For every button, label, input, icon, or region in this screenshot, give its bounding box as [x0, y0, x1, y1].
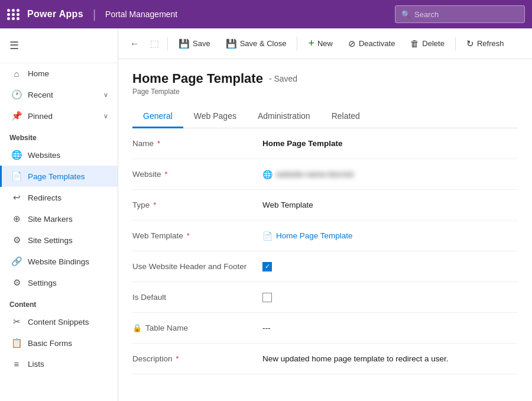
toolbar-divider-3 [455, 37, 456, 51]
use-header-footer-checkbox[interactable] [262, 262, 272, 271]
list-icon: ≡ [11, 359, 22, 369]
back-button[interactable]: ← [125, 35, 144, 53]
form-saved-label: - Saved [269, 74, 297, 83]
form-area: Home Page Template - Saved Page Template… [118, 59, 532, 401]
sidebar-item-redirects[interactable]: ↩ Redirects [0, 187, 118, 208]
site-marker-icon: ⊕ [11, 214, 22, 224]
tab-web-pages[interactable]: Web Pages [183, 105, 247, 128]
nav-divider: | [93, 8, 96, 21]
is-default-checkbox[interactable] [262, 293, 272, 302]
field-value-website: 🌐 website-name-blurred [262, 170, 518, 179]
sidebar-item-settings[interactable]: ⚙ Settings [0, 272, 118, 293]
form-title: Home Page Template - Saved [132, 71, 518, 86]
field-row-is-default: Is Default [132, 282, 518, 313]
page-template-icon: 📄 [11, 171, 22, 182]
save-close-button[interactable]: 💾 Save & Close [219, 35, 294, 53]
save-close-label: Save & Close [240, 39, 287, 48]
deactivate-button[interactable]: ⊘ Deactivate [341, 35, 402, 53]
new-icon: + [308, 37, 314, 50]
sidebar-item-lists[interactable]: ≡ Lists [0, 354, 118, 374]
app-launcher-icon[interactable] [7, 9, 20, 20]
field-row-description: Description * New updated home page temp… [132, 344, 518, 374]
sidebar-item-website-bindings[interactable]: 🔗 Website Bindings [0, 251, 118, 272]
sidebar-item-label: Websites [28, 151, 60, 160]
content-section-label: Content [0, 293, 118, 311]
delete-label: Delete [422, 39, 445, 48]
snippets-icon: ✂ [11, 316, 22, 327]
refresh-button[interactable]: ↻ Refresh [459, 35, 511, 53]
chevron-down-icon: ∨ [103, 112, 108, 120]
sidebar: ☰ ⌂ Home 🕐 Recent ∨ 📌 Pinned ∨ Website 🌐… [0, 28, 118, 401]
field-value-type: Web Template [262, 200, 518, 209]
sidebar-item-label: Home [28, 69, 49, 78]
sidebar-hamburger[interactable]: ☰ [0, 33, 118, 58]
field-value-table-name: --- [262, 324, 518, 332]
field-label-type: Type * [132, 200, 262, 209]
required-indicator: * [165, 170, 168, 179]
tab-related[interactable]: Related [321, 105, 371, 128]
top-nav: Power Apps | Portal Management 🔍 Search [0, 0, 532, 28]
field-label-website: Website * [132, 170, 262, 179]
sidebar-item-content-snippets[interactable]: ✂ Content Snippets [0, 311, 118, 332]
sidebar-item-label: Website Bindings [28, 257, 89, 266]
field-label-table-name: 🔒 Table Name [132, 324, 262, 332]
form-header: Home Page Template - Saved Page Template… [118, 59, 532, 128]
redirect-icon: ↩ [11, 192, 22, 203]
tab-general[interactable]: General [132, 105, 183, 128]
sidebar-item-label: Site Settings [28, 236, 73, 245]
delete-icon: 🗑 [410, 38, 419, 48]
forward-icon: ⬚ [150, 38, 159, 48]
field-row-table-name: 🔒 Table Name --- [132, 313, 518, 344]
required-indicator: * [157, 139, 160, 148]
field-row-web-template: Web Template * 📄 Home Page Template [132, 221, 518, 251]
delete-button[interactable]: 🗑 Delete [403, 35, 452, 52]
new-button[interactable]: + New [301, 34, 340, 53]
sidebar-item-label: Settings [28, 279, 57, 287]
form-tabs: General Web Pages Administration Related [132, 105, 518, 128]
back-icon: ← [130, 38, 140, 48]
tab-administration[interactable]: Administration [247, 105, 321, 128]
sidebar-item-page-templates[interactable]: 📄 Page Templates [0, 166, 118, 187]
refresh-label: Refresh [477, 39, 504, 48]
toolbar-divider [167, 37, 168, 51]
sidebar-item-label: Page Templates [28, 172, 85, 181]
toolbar-divider-2 [297, 37, 297, 51]
search-icon: 🔍 [401, 10, 411, 19]
sidebar-item-label: Basic Forms [28, 339, 72, 348]
app-brand: Power Apps [27, 9, 83, 20]
form-subtitle: Page Template [132, 88, 518, 96]
field-value-is-default [262, 293, 518, 302]
sidebar-item-recent[interactable]: 🕐 Recent ∨ [0, 84, 118, 105]
field-row-website: Website * 🌐 website-name-blurred [132, 159, 518, 190]
settings-icon: ⚙ [11, 235, 22, 245]
forms-icon: 📋 [11, 338, 22, 348]
chevron-down-icon: ∨ [103, 91, 108, 99]
sidebar-item-site-markers[interactable]: ⊕ Site Markers [0, 208, 118, 229]
save-icon: 💾 [179, 38, 190, 49]
field-value-description: New updated home page template to redire… [262, 354, 518, 363]
required-indicator: * [187, 231, 190, 240]
field-value-web-template[interactable]: 📄 Home Page Template [262, 231, 518, 241]
search-bar[interactable]: 🔍 Search [395, 5, 525, 23]
field-label-description: Description * [132, 354, 262, 363]
document-icon: 📄 [262, 231, 273, 241]
globe-icon: 🌐 [11, 150, 22, 160]
field-label-web-template: Web Template * [132, 231, 262, 240]
sidebar-item-pinned[interactable]: 📌 Pinned ∨ [0, 105, 118, 127]
refresh-icon: ↻ [466, 38, 474, 49]
required-indicator: * [176, 354, 179, 363]
sidebar-item-label: Lists [28, 360, 44, 368]
sidebar-item-basic-forms[interactable]: 📋 Basic Forms [0, 332, 118, 354]
save-button[interactable]: 💾 Save [171, 35, 218, 53]
deactivate-label: Deactivate [359, 39, 395, 48]
field-value-name: Home Page Template [262, 139, 518, 148]
sidebar-item-home[interactable]: ⌂ Home [0, 63, 118, 84]
sidebar-item-site-settings[interactable]: ⚙ Site Settings [0, 229, 118, 251]
sidebar-item-websites[interactable]: 🌐 Websites [0, 144, 118, 166]
forward-button[interactable]: ⬚ [145, 34, 164, 53]
field-label-name: Name * [132, 139, 262, 148]
gear-icon: ⚙ [11, 277, 22, 288]
lock-icon: 🔒 [132, 324, 142, 332]
form-fields: Name * Home Page Template Website * 🌐 [118, 128, 532, 389]
save-close-icon: 💾 [226, 38, 237, 49]
